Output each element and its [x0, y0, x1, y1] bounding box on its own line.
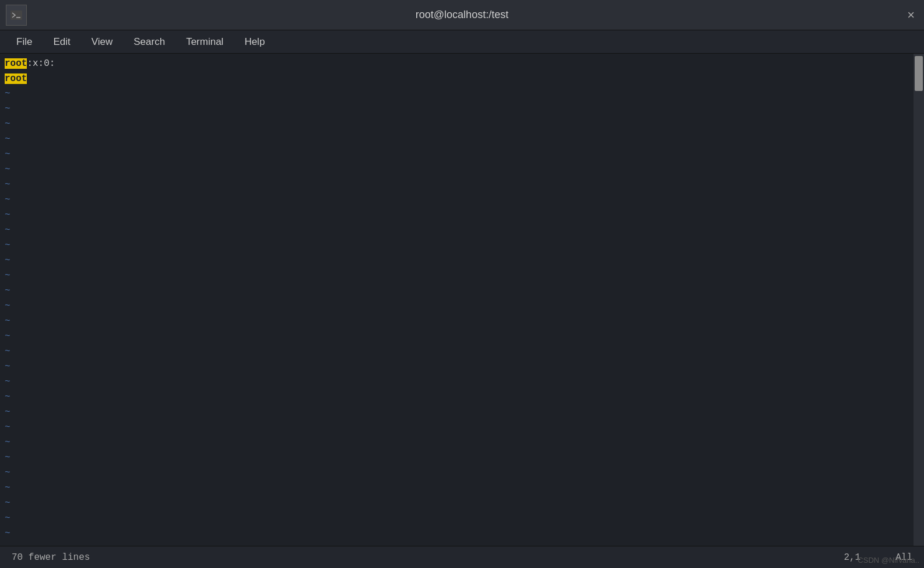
terminal-icon — [6, 5, 27, 26]
tilde-line-8: ~ — [5, 192, 914, 208]
tilde-line-14: ~ — [5, 283, 914, 299]
tilde-line-4: ~ — [5, 132, 914, 147]
tilde-line-2: ~ — [5, 101, 914, 117]
tilde-line-3: ~ — [5, 117, 914, 132]
edit-menu[interactable]: Edit — [43, 30, 80, 53]
tilde-line-5: ~ — [5, 147, 914, 162]
view-menu[interactable]: View — [81, 30, 124, 53]
tilde-line-7: ~ — [5, 177, 914, 192]
highlight-root-2: root — [5, 73, 27, 84]
tilde-line-15: ~ — [5, 299, 914, 314]
tilde-line-28: ~ — [5, 496, 914, 511]
tilde-line-6: ~ — [5, 162, 914, 177]
editor-area[interactable]: root:x:0: root ~ ~ ~ ~ ~ ~ ~ ~ ~ ~ ~ ~ ~… — [0, 54, 924, 546]
tilde-line-21: ~ — [5, 390, 914, 405]
editor-line-2: root — [5, 71, 914, 86]
close-button[interactable]: × — [907, 8, 915, 23]
tilde-line-17: ~ — [5, 329, 914, 344]
tilde-line-9: ~ — [5, 208, 914, 223]
tilde-line-23: ~ — [5, 420, 914, 435]
svg-rect-0 — [10, 10, 22, 20]
status-message: 70 fewer lines — [12, 552, 90, 563]
tilde-line-29: ~ — [5, 511, 914, 526]
terminal-menu[interactable]: Terminal — [175, 30, 234, 53]
line-1-text: :x:0: — [27, 58, 55, 69]
tilde-line-24: ~ — [5, 435, 914, 450]
tilde-line-26: ~ — [5, 465, 914, 481]
tilde-line-25: ~ — [5, 450, 914, 465]
file-menu[interactable]: File — [6, 30, 43, 53]
tilde-line-16: ~ — [5, 314, 914, 329]
window-title: root@localhost:/test — [416, 9, 508, 21]
tilde-line-22: ~ — [5, 405, 914, 420]
scrollbar-track[interactable] — [914, 54, 924, 546]
tilde-line-30: ~ — [5, 526, 914, 541]
help-menu[interactable]: Help — [234, 30, 275, 53]
tilde-line-10: ~ — [5, 223, 914, 238]
search-menu[interactable]: Search — [123, 30, 175, 53]
highlight-root-1: root — [5, 58, 27, 69]
tilde-line-13: ~ — [5, 268, 914, 283]
watermark: CSDN @Nirvana.. — [858, 556, 919, 565]
status-bar: 70 fewer lines 2,1 All — [0, 546, 924, 568]
tilde-line-11: ~ — [5, 238, 914, 253]
editor-content[interactable]: root:x:0: root ~ ~ ~ ~ ~ ~ ~ ~ ~ ~ ~ ~ ~… — [0, 54, 914, 546]
editor-line-1: root:x:0: — [5, 56, 914, 71]
tilde-line-18: ~ — [5, 344, 914, 359]
title-bar: root@localhost:/test × — [0, 0, 924, 30]
tilde-line-27: ~ — [5, 481, 914, 496]
tilde-line-12: ~ — [5, 253, 914, 268]
menu-bar: File Edit View Search Terminal Help — [0, 30, 924, 54]
tilde-line-1: ~ — [5, 86, 914, 101]
tilde-line-20: ~ — [5, 374, 914, 390]
tilde-line-19: ~ — [5, 359, 914, 374]
scrollbar-thumb[interactable] — [915, 56, 923, 91]
